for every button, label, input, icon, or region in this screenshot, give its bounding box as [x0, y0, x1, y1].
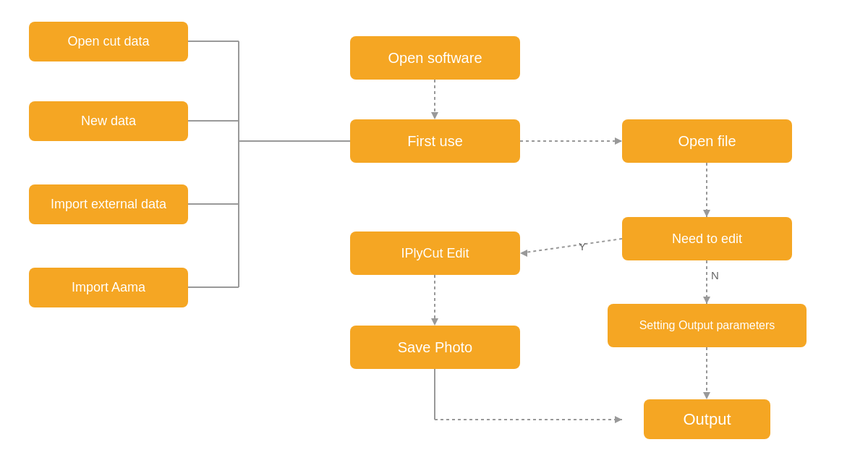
save-photo-box: Save Photo	[350, 326, 520, 369]
open-file-label: Open file	[678, 133, 736, 150]
open-software-box: Open software	[350, 36, 520, 80]
svg-marker-13	[520, 250, 527, 257]
open-file-box: Open file	[622, 119, 792, 163]
save-photo-label: Save Photo	[398, 339, 472, 356]
need-to-edit-box: Need to edit	[622, 217, 792, 260]
output-box: Output	[644, 399, 770, 439]
svg-marker-7	[431, 112, 438, 119]
svg-marker-19	[431, 318, 438, 326]
open-cut-data-label: Open cut data	[67, 34, 149, 49]
y-label: Y	[579, 240, 586, 252]
open-software-label: Open software	[388, 50, 482, 67]
need-to-edit-label: Need to edit	[672, 232, 742, 247]
new-data-box: New data	[29, 101, 188, 141]
svg-marker-22	[615, 416, 622, 423]
output-label: Output	[683, 410, 731, 429]
import-external-data-box: Import external data	[29, 184, 188, 224]
iplycut-edit-label: IPlyCut Edit	[401, 246, 469, 261]
iplycut-edit-box: IPlyCut Edit	[350, 232, 520, 275]
import-external-data-label: Import external data	[51, 197, 166, 212]
new-data-label: New data	[81, 114, 136, 129]
first-use-box: First use	[350, 119, 520, 163]
import-aama-label: Import Aama	[72, 280, 145, 295]
setting-output-box: Setting Output parameters	[608, 304, 807, 347]
flowchart-diagram: Open cut data New data Import external d…	[0, 0, 868, 463]
open-cut-data-box: Open cut data	[29, 22, 188, 61]
first-use-label: First use	[407, 133, 463, 150]
svg-marker-9	[615, 137, 622, 145]
svg-marker-11	[703, 210, 710, 217]
import-aama-box: Import Aama	[29, 268, 188, 307]
svg-line-12	[520, 239, 622, 253]
svg-marker-15	[703, 297, 710, 304]
svg-marker-17	[703, 392, 710, 399]
setting-output-label: Setting Output parameters	[639, 319, 775, 332]
n-label: N	[711, 269, 719, 281]
